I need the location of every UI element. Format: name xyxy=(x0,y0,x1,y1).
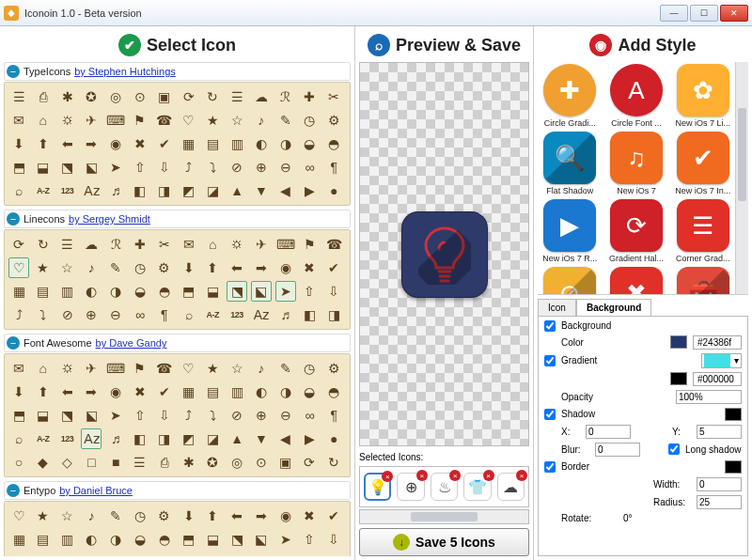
icon-cell[interactable]: ⊘ xyxy=(227,157,247,178)
icon-cell[interactable]: ⌕ xyxy=(8,180,29,201)
icon-cell[interactable]: ◉ xyxy=(105,381,126,402)
style-item[interactable]: ✚Circle Gradi... xyxy=(540,64,601,128)
iconset-scroll[interactable]: −TypeIcons by Stephen Hutchings☰⎙✱✪◎⊙▣⟳↻… xyxy=(4,62,351,556)
icon-cell[interactable]: ⇧ xyxy=(299,529,320,550)
icon-cell[interactable]: ⤴ xyxy=(179,405,199,426)
icon-cell[interactable]: ⬆ xyxy=(33,133,54,154)
style-item[interactable]: ✖New iOs 7 Li... xyxy=(606,267,667,295)
icon-cell[interactable]: ✈ xyxy=(81,358,102,379)
icon-cell[interactable]: ⬇ xyxy=(179,506,199,526)
icon-cell[interactable]: ⊖ xyxy=(275,157,296,178)
icon-cell[interactable]: ⎙ xyxy=(33,86,54,107)
selected-chip[interactable]: 👕× xyxy=(463,473,491,501)
icon-cell[interactable]: ◉ xyxy=(275,257,296,278)
collapse-icon[interactable]: − xyxy=(7,336,20,350)
icon-cell[interactable]: ➡ xyxy=(81,133,102,154)
icon-cell[interactable]: ♬ xyxy=(275,304,296,325)
icon-cell[interactable]: ◓ xyxy=(323,381,344,402)
icon-cell[interactable]: ♪ xyxy=(81,506,102,526)
shadow-y[interactable]: 5 xyxy=(697,425,742,439)
icon-cell[interactable]: ▥ xyxy=(227,381,247,402)
icon-cell[interactable]: ✔ xyxy=(323,506,344,526)
icon-cell[interactable]: ▼ xyxy=(251,180,272,201)
icon-cell[interactable]: 123 xyxy=(227,552,247,556)
icon-cell[interactable]: ● xyxy=(323,180,344,201)
icon-cell[interactable]: ⬆ xyxy=(202,506,223,526)
icon-cell[interactable]: ◑ xyxy=(105,281,126,302)
icon-cell[interactable]: ⌕ xyxy=(179,552,199,556)
icon-cell[interactable]: ➤ xyxy=(105,157,126,178)
icon-cell[interactable]: ⬆ xyxy=(202,257,223,278)
icon-cell[interactable]: ⊙ xyxy=(130,86,150,107)
icon-cell[interactable]: ▥ xyxy=(227,133,247,154)
save-button[interactable]: ↓ Save 5 Icons xyxy=(359,528,529,556)
icon-cell[interactable]: ⌂ xyxy=(202,234,223,255)
icon-cell[interactable]: ⌨ xyxy=(105,358,126,379)
icon-cell[interactable]: ✪ xyxy=(81,86,102,107)
icon-cell[interactable]: ◒ xyxy=(299,381,320,402)
gradient-combo[interactable]: ▾ xyxy=(701,353,742,368)
icon-cell[interactable]: ⬓ xyxy=(33,405,54,426)
style-item[interactable]: 🧰Long Shado... xyxy=(672,267,733,295)
icon-cell[interactable]: ⟳ xyxy=(8,234,29,255)
icon-cell[interactable]: ✱ xyxy=(57,86,78,107)
icon-cell[interactable]: ⛭ xyxy=(57,358,78,379)
icon-cell[interactable]: ⬅ xyxy=(57,133,78,154)
icon-cell[interactable]: ⬓ xyxy=(202,529,223,550)
icon-cell[interactable]: ◎ xyxy=(105,86,126,107)
icon-cell[interactable]: ◀ xyxy=(275,428,296,449)
icon-cell[interactable]: ⇩ xyxy=(154,157,175,178)
icon-cell[interactable]: ◉ xyxy=(275,506,296,526)
icon-cell[interactable]: ▣ xyxy=(154,86,175,107)
author-link[interactable]: by Daniel Bruce xyxy=(59,485,133,496)
icon-cell[interactable]: ¶ xyxy=(154,304,175,325)
icon-cell[interactable]: ⚑ xyxy=(130,358,150,379)
icon-cell[interactable]: ◪ xyxy=(202,180,223,201)
background-checkbox[interactable] xyxy=(544,320,556,332)
remove-icon[interactable]: × xyxy=(483,470,494,481)
style-item[interactable]: 🔍Flat Shadow xyxy=(540,132,601,195)
icon-cell[interactable]: ⊕ xyxy=(81,552,102,556)
icon-cell[interactable]: ◑ xyxy=(105,529,126,550)
iconset-header[interactable]: −TypeIcons by Stephen Hutchings xyxy=(4,62,351,81)
icon-cell[interactable]: ▶ xyxy=(299,428,320,449)
shadow-swatch[interactable] xyxy=(725,408,742,421)
icon-cell[interactable]: ⤵ xyxy=(33,552,54,556)
icon-cell[interactable]: ☰ xyxy=(227,86,247,107)
icon-cell[interactable]: ☰ xyxy=(130,452,150,473)
selected-scrollbar[interactable] xyxy=(359,509,529,524)
collapse-icon[interactable]: − xyxy=(7,212,20,226)
icon-cell[interactable]: ✔ xyxy=(323,257,344,278)
icon-cell[interactable]: ↻ xyxy=(33,234,54,255)
icon-cell[interactable]: ⊘ xyxy=(57,304,78,325)
icon-cell[interactable]: ⌕ xyxy=(8,428,29,449)
icon-cell[interactable]: ⤵ xyxy=(202,405,223,426)
icon-cell[interactable]: ✉ xyxy=(8,358,29,379)
icon-cell[interactable]: ⇩ xyxy=(154,405,175,426)
icon-cell[interactable]: ▦ xyxy=(8,281,29,302)
icon-cell[interactable]: ✂ xyxy=(154,234,175,255)
style-item[interactable]: ACircle Font ... xyxy=(606,64,667,128)
icon-cell[interactable]: ▲ xyxy=(227,180,247,201)
icon-cell[interactable]: ⇧ xyxy=(130,157,150,178)
icon-cell[interactable]: ⬔ xyxy=(227,529,247,550)
icon-cell[interactable]: ☰ xyxy=(8,86,29,107)
icon-cell[interactable]: ⬕ xyxy=(251,281,272,302)
style-item[interactable]: ▶New iOs 7 R... xyxy=(540,199,601,263)
icon-cell[interactable]: ⤵ xyxy=(33,304,54,325)
icon-cell[interactable]: ◨ xyxy=(154,428,175,449)
icon-cell[interactable]: ¶ xyxy=(323,157,344,178)
icon-cell[interactable]: ⊕ xyxy=(81,304,102,325)
icon-cell[interactable]: ∞ xyxy=(299,157,320,178)
icon-cell[interactable]: ▣ xyxy=(275,452,296,473)
icon-cell[interactable]: ◪ xyxy=(202,428,223,449)
icon-cell[interactable]: ✎ xyxy=(275,358,296,379)
icon-cell[interactable]: Aᴢ xyxy=(81,428,102,449)
icon-cell[interactable]: ℛ xyxy=(105,234,126,255)
remove-icon[interactable]: × xyxy=(449,470,461,481)
icon-cell[interactable]: ⌨ xyxy=(105,110,126,131)
icon-cell[interactable]: ⇧ xyxy=(299,281,320,302)
icon-cell[interactable]: ✈ xyxy=(81,110,102,131)
shadow-checkbox[interactable] xyxy=(544,409,556,420)
icon-cell[interactable]: ⬒ xyxy=(179,529,199,550)
